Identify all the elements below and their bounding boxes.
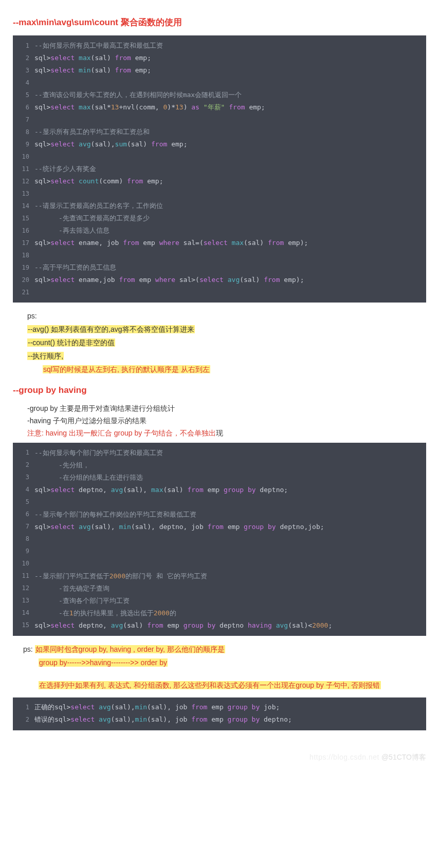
code-line: 12sql>select count(comm) from emp; (13, 175, 426, 187)
line-number: 3 (13, 66, 34, 75)
code-line: 5 (13, 496, 426, 508)
line-number: 1 (13, 448, 34, 457)
line-content: --显示所有员工的平均工资和工资总和 (34, 127, 150, 137)
code-block-3: 1正确的sql>select avg(sal),min(sal), job fr… (13, 697, 426, 730)
line-content: -在分组的结果上在进行筛选 (34, 473, 143, 482)
code-line: 14 -在1的执行结果里，挑选出低于2000的 (13, 607, 426, 619)
line-number: 15 (13, 621, 34, 630)
note-line: --avg() 如果列表值有空的,avg将不会将空值计算进来 (27, 325, 195, 333)
section2-title: --group by having (13, 385, 426, 395)
line-number: 12 (13, 584, 34, 593)
line-number: 12 (13, 177, 34, 186)
code-line: 20sql>select ename,job from emp where sa… (13, 274, 426, 286)
code-line: 4sql>select deptno, avg(sal), max(sal) f… (13, 484, 426, 496)
line-content: sql>select max(sal*13+nvl(comm, 0)*13) a… (34, 103, 265, 112)
line-number: 2 (13, 461, 34, 469)
line-number: 17 (13, 239, 34, 248)
intro-line: -group by 主要是用于对查询结果进行分组统计 (27, 403, 426, 415)
line-content: --查询该公司最大年工资的人，在遇到相同的时候max会随机返回一个 (34, 90, 242, 100)
line-content: sql>select count(comm) from emp; (34, 177, 163, 186)
line-number: 1 (13, 42, 34, 50)
line-number: 15 (13, 214, 34, 223)
line-number: 11 (13, 572, 34, 580)
line-number: 5 (13, 498, 34, 506)
line-content: 错误的sql>select avg(sal),min(sal), job fro… (34, 715, 292, 724)
code-line: 2错误的sql>select avg(sal),min(sal), job fr… (13, 714, 426, 726)
note-line: --执行顺序, (27, 352, 64, 360)
ps-label-1: ps: (27, 310, 426, 323)
code-line: 2sql>select max(sal) from emp; (13, 52, 426, 64)
line-content: --如何显示所有员工中最高工资和最低工资 (34, 41, 163, 50)
note-line: --count() 统计的是非空的值 (27, 338, 115, 347)
line-number: 8 (13, 128, 34, 137)
code-block-2: 1--如何显示每个部门的平均工资和最高工资2 -先分组，3 -在分组的结果上在进… (13, 443, 426, 636)
section1-title: --max\min\avg\sum\count 聚合函数的使用 (13, 16, 426, 28)
line-number: 14 (13, 609, 34, 617)
code-line: 17sql>select ename, job from emp where s… (13, 237, 426, 249)
code-line: 15sql>select deptno, avg(sal) from emp g… (13, 619, 426, 632)
line-number: 20 (13, 276, 34, 285)
code-line: 11--统计多少人有奖金 (13, 163, 426, 175)
line-number: 2 (13, 54, 34, 63)
code-line: 6sql>select max(sal*13+nvl(comm, 0)*13) … (13, 101, 426, 114)
code-line: 12 -首先确定子查询 (13, 582, 426, 595)
code-line: 15 -先查询工资最高的工资是多少 (13, 212, 426, 224)
line-number: 13 (13, 190, 34, 198)
line-content: -在1的执行结果里，挑选出低于2000的 (34, 609, 176, 618)
code-line: 13 -查询各个部门平均工资 (13, 595, 426, 607)
line-number: 5 (13, 91, 34, 100)
code-line: 1正确的sql>select avg(sal),min(sal), job fr… (13, 702, 426, 714)
line-number: 9 (13, 547, 34, 556)
note-line: sql写的时候是从左到右, 执行的默认顺序是 从右到左 (43, 365, 210, 373)
intro-line-warning: 注意: having 出现一般汇合 group by 子句结合，不会单独出 (27, 429, 216, 437)
line-number: 1 (13, 703, 34, 712)
code-line: 3 -在分组的结果上在进行筛选 (13, 471, 426, 484)
code-line: 19--高于平均工资的员工信息 (13, 261, 426, 274)
section2-intro: -group by 主要是用于对查询结果进行分组统计 -having 子句用户过… (27, 403, 426, 439)
code-line: 14--请显示工资最高的员工的名字，工作岗位 (13, 200, 426, 212)
ps-label-2: ps: (23, 645, 33, 653)
line-content: --统计多少人有奖金 (34, 164, 96, 174)
line-number: 13 (13, 596, 34, 605)
line-number: 10 (13, 559, 34, 568)
line-content: --请显示工资最高的员工的名字，工作岗位 (34, 201, 163, 211)
line-content: sql>select min(sal) from emp; (34, 66, 151, 75)
line-content: sql>select avg(sal), min(sal), deptno, j… (34, 522, 324, 532)
line-number: 16 (13, 227, 34, 235)
line-content: --高于平均工资的员工信息 (34, 263, 116, 272)
ps-line: 在选择列中如果有列, 表达式, 和分组函数, 那么这些列和表达式必须有一个出现在… (39, 681, 381, 689)
line-number: 11 (13, 165, 34, 174)
code-line: 9sql>select avg(sal),sum(sal) from emp; (13, 138, 426, 150)
line-content: --如何显示每个部门的平均工资和最高工资 (34, 448, 163, 458)
code-line: 9 (13, 545, 426, 558)
line-content: -先查询工资最高的工资是多少 (34, 214, 150, 223)
line-content: sql>select deptno, avg(sal) from emp gro… (34, 621, 332, 630)
line-number: 8 (13, 535, 34, 543)
line-content: sql>select ename, job from emp where sal… (34, 238, 308, 248)
line-content: -再去筛选人信息 (34, 226, 109, 235)
code-line: 13 (13, 187, 426, 200)
line-number: 10 (13, 153, 34, 161)
code-line: 2 -先分组， (13, 459, 426, 471)
code-line: 8 (13, 533, 426, 545)
line-number: 7 (13, 116, 34, 124)
code-line: 5--查询该公司最大年工资的人，在遇到相同的时候max会随机返回一个 (13, 89, 426, 101)
watermark: https://blog.csdn.net@51CTO博客 (13, 738, 426, 762)
ps-line: group by------>>having-------->> order b… (39, 658, 168, 667)
line-content: 正确的sql>select avg(sal),min(sal), job fro… (34, 703, 280, 712)
line-number: 6 (13, 103, 34, 112)
code-line: 11--显示部门平均工资低于2000的部门号 和 它的平均工资 (13, 570, 426, 582)
line-content: sql>select avg(sal),sum(sal) from emp; (34, 140, 187, 149)
code-line: 18 (13, 249, 426, 261)
line-number: 7 (13, 522, 34, 531)
code-line: 6--显示每个部门的每种工作岗位的平均工资和最低工资 (13, 508, 426, 521)
code-line: 21 (13, 286, 426, 298)
line-content: sql>select deptno, avg(sal), max(sal) fr… (34, 485, 288, 495)
line-number: 21 (13, 288, 34, 297)
code-line: 7sql>select avg(sal), min(sal), deptno, … (13, 521, 426, 533)
code-line: 16 -再去筛选人信息 (13, 224, 426, 237)
code-line: 1--如何显示每个部门的平均工资和最高工资 (13, 447, 426, 459)
section2-ps: ps: 如果同时包含group by, having , order by, 那… (23, 643, 426, 692)
line-content: -先分组， (34, 461, 89, 470)
line-number: 18 (13, 251, 34, 260)
